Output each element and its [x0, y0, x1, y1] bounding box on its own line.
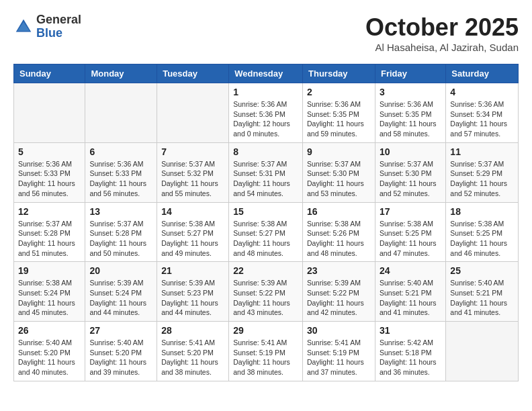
calendar-table: SundayMondayTuesdayWednesdayThursdayFrid…	[13, 64, 519, 381]
day-info: Sunrise: 5:36 AM Sunset: 5:35 PM Dayligh…	[307, 99, 371, 139]
day-number: 1	[233, 87, 298, 97]
day-number: 17	[380, 206, 441, 217]
day-number: 4	[450, 87, 514, 97]
calendar-week-row: 26Sunrise: 5:40 AM Sunset: 5:20 PM Dayli…	[14, 322, 519, 381]
day-info: Sunrise: 5:36 AM Sunset: 5:33 PM Dayligh…	[89, 159, 152, 199]
day-info: Sunrise: 5:38 AM Sunset: 5:24 PM Dayligh…	[18, 278, 81, 318]
day-number: 23	[307, 265, 371, 276]
calendar-cell: 9Sunrise: 5:37 AM Sunset: 5:30 PM Daylig…	[303, 142, 375, 202]
day-info: Sunrise: 5:37 AM Sunset: 5:31 PM Dayligh…	[233, 159, 298, 199]
day-info: Sunrise: 5:37 AM Sunset: 5:29 PM Dayligh…	[450, 159, 514, 199]
day-info: Sunrise: 5:38 AM Sunset: 5:26 PM Dayligh…	[307, 219, 371, 259]
day-number: 27	[89, 325, 152, 336]
day-info: Sunrise: 5:40 AM Sunset: 5:20 PM Dayligh…	[18, 338, 81, 377]
calendar-cell: 17Sunrise: 5:38 AM Sunset: 5:25 PM Dayli…	[375, 202, 445, 262]
day-number: 9	[307, 146, 371, 157]
month-title: October 2025	[365, 13, 519, 42]
location-subtitle: Al Hasaheisa, Al Jazirah, Sudan	[365, 42, 519, 53]
calendar-week-row: 1Sunrise: 5:36 AM Sunset: 5:36 PM Daylig…	[14, 83, 519, 143]
day-number: 18	[450, 206, 514, 217]
calendar-cell: 23Sunrise: 5:39 AM Sunset: 5:22 PM Dayli…	[303, 262, 375, 322]
calendar-cell: 5Sunrise: 5:36 AM Sunset: 5:33 PM Daylig…	[14, 142, 85, 202]
column-header-thursday: Thursday	[303, 64, 375, 83]
day-number: 26	[18, 325, 81, 336]
day-number: 28	[161, 325, 224, 336]
page-header: General Blue October 2025 Al Hasaheisa, …	[13, 13, 519, 53]
day-info: Sunrise: 5:36 AM Sunset: 5:34 PM Dayligh…	[450, 99, 514, 139]
calendar-cell: 18Sunrise: 5:38 AM Sunset: 5:25 PM Dayli…	[446, 202, 519, 262]
title-area: October 2025 Al Hasaheisa, Al Jazirah, S…	[365, 13, 519, 53]
day-info: Sunrise: 5:41 AM Sunset: 5:19 PM Dayligh…	[307, 338, 371, 377]
calendar-cell: 4Sunrise: 5:36 AM Sunset: 5:34 PM Daylig…	[446, 83, 519, 143]
day-info: Sunrise: 5:41 AM Sunset: 5:19 PM Dayligh…	[233, 338, 298, 377]
day-number: 15	[233, 206, 298, 217]
day-info: Sunrise: 5:42 AM Sunset: 5:18 PM Dayligh…	[380, 338, 441, 377]
day-number: 25	[450, 265, 514, 276]
day-number: 11	[450, 146, 514, 157]
calendar-cell: 28Sunrise: 5:41 AM Sunset: 5:20 PM Dayli…	[157, 322, 229, 381]
day-number: 19	[18, 265, 81, 276]
calendar-cell: 20Sunrise: 5:39 AM Sunset: 5:24 PM Dayli…	[85, 262, 157, 322]
calendar-cell	[85, 83, 157, 143]
day-number: 20	[89, 265, 152, 276]
column-header-monday: Monday	[85, 64, 157, 83]
logo-text: General Blue	[36, 13, 81, 40]
logo: General Blue	[13, 13, 81, 40]
day-info: Sunrise: 5:39 AM Sunset: 5:23 PM Dayligh…	[161, 278, 224, 318]
day-info: Sunrise: 5:37 AM Sunset: 5:28 PM Dayligh…	[89, 219, 152, 259]
day-info: Sunrise: 5:38 AM Sunset: 5:27 PM Dayligh…	[161, 219, 224, 259]
column-header-wednesday: Wednesday	[229, 64, 303, 83]
calendar-week-row: 5Sunrise: 5:36 AM Sunset: 5:33 PM Daylig…	[14, 142, 519, 202]
logo-blue: Blue	[36, 27, 81, 40]
calendar-cell: 21Sunrise: 5:39 AM Sunset: 5:23 PM Dayli…	[157, 262, 229, 322]
calendar-cell: 14Sunrise: 5:38 AM Sunset: 5:27 PM Dayli…	[157, 202, 229, 262]
day-number: 12	[18, 206, 81, 217]
calendar-cell: 16Sunrise: 5:38 AM Sunset: 5:26 PM Dayli…	[303, 202, 375, 262]
day-info: Sunrise: 5:40 AM Sunset: 5:20 PM Dayligh…	[89, 338, 152, 377]
calendar-cell: 15Sunrise: 5:38 AM Sunset: 5:27 PM Dayli…	[229, 202, 303, 262]
day-number: 6	[89, 146, 152, 157]
day-info: Sunrise: 5:40 AM Sunset: 5:21 PM Dayligh…	[380, 278, 441, 318]
day-info: Sunrise: 5:39 AM Sunset: 5:24 PM Dayligh…	[89, 278, 152, 318]
day-number: 2	[307, 87, 371, 97]
calendar-cell: 11Sunrise: 5:37 AM Sunset: 5:29 PM Dayli…	[446, 142, 519, 202]
calendar-cell: 7Sunrise: 5:37 AM Sunset: 5:32 PM Daylig…	[157, 142, 229, 202]
day-info: Sunrise: 5:37 AM Sunset: 5:30 PM Dayligh…	[380, 159, 441, 199]
day-info: Sunrise: 5:36 AM Sunset: 5:36 PM Dayligh…	[233, 99, 298, 139]
day-info: Sunrise: 5:38 AM Sunset: 5:25 PM Dayligh…	[380, 219, 441, 259]
calendar-cell	[14, 83, 85, 143]
calendar-week-row: 12Sunrise: 5:37 AM Sunset: 5:28 PM Dayli…	[14, 202, 519, 262]
column-header-sunday: Sunday	[14, 64, 85, 83]
day-number: 8	[233, 146, 298, 157]
column-header-saturday: Saturday	[446, 64, 519, 83]
column-header-friday: Friday	[375, 64, 445, 83]
day-info: Sunrise: 5:39 AM Sunset: 5:22 PM Dayligh…	[233, 278, 298, 318]
day-info: Sunrise: 5:36 AM Sunset: 5:35 PM Dayligh…	[380, 99, 441, 139]
day-number: 30	[307, 325, 371, 336]
calendar-cell	[446, 322, 519, 381]
day-number: 13	[89, 206, 152, 217]
column-header-tuesday: Tuesday	[157, 64, 229, 83]
day-info: Sunrise: 5:37 AM Sunset: 5:32 PM Dayligh…	[161, 159, 224, 199]
calendar-cell: 27Sunrise: 5:40 AM Sunset: 5:20 PM Dayli…	[85, 322, 157, 381]
day-info: Sunrise: 5:38 AM Sunset: 5:27 PM Dayligh…	[233, 219, 298, 259]
day-info: Sunrise: 5:41 AM Sunset: 5:20 PM Dayligh…	[161, 338, 224, 377]
calendar-cell: 29Sunrise: 5:41 AM Sunset: 5:19 PM Dayli…	[229, 322, 303, 381]
calendar-header-row: SundayMondayTuesdayWednesdayThursdayFrid…	[14, 64, 519, 83]
calendar-cell: 12Sunrise: 5:37 AM Sunset: 5:28 PM Dayli…	[14, 202, 85, 262]
calendar-cell: 8Sunrise: 5:37 AM Sunset: 5:31 PM Daylig…	[229, 142, 303, 202]
calendar-cell: 2Sunrise: 5:36 AM Sunset: 5:35 PM Daylig…	[303, 83, 375, 143]
calendar-week-row: 19Sunrise: 5:38 AM Sunset: 5:24 PM Dayli…	[14, 262, 519, 322]
calendar-cell: 6Sunrise: 5:36 AM Sunset: 5:33 PM Daylig…	[85, 142, 157, 202]
day-number: 7	[161, 146, 224, 157]
day-info: Sunrise: 5:37 AM Sunset: 5:28 PM Dayligh…	[18, 219, 81, 259]
day-number: 22	[233, 265, 298, 276]
day-number: 21	[161, 265, 224, 276]
calendar-cell: 26Sunrise: 5:40 AM Sunset: 5:20 PM Dayli…	[14, 322, 85, 381]
calendar-cell: 19Sunrise: 5:38 AM Sunset: 5:24 PM Dayli…	[14, 262, 85, 322]
day-number: 24	[380, 265, 441, 276]
day-info: Sunrise: 5:39 AM Sunset: 5:22 PM Dayligh…	[307, 278, 371, 318]
day-number: 10	[380, 146, 441, 157]
day-info: Sunrise: 5:37 AM Sunset: 5:30 PM Dayligh…	[307, 159, 371, 199]
calendar-cell: 25Sunrise: 5:40 AM Sunset: 5:21 PM Dayli…	[446, 262, 519, 322]
